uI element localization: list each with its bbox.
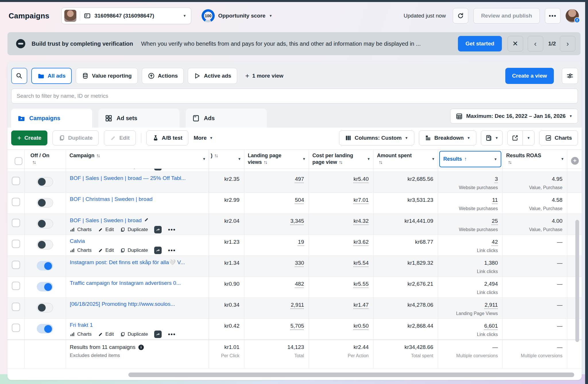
metric-link[interactable]: 6,601 — [484, 322, 498, 329]
more-view-button[interactable]: + 1 more view — [245, 72, 283, 79]
header-amount-spent[interactable]: Amount spent — [374, 150, 438, 168]
tab-ad-sets[interactable]: Ad sets — [98, 109, 179, 128]
campaign-name-link[interactable]: Instagram post: Det finns ett skåp för a… — [70, 259, 206, 266]
off-on-toggle[interactable] — [37, 324, 53, 333]
campaign-name-link[interactable]: BOF | Christmas | Sweden | broad — [70, 196, 206, 202]
metric-link[interactable]: kr5.40 — [353, 176, 369, 183]
off-on-toggle[interactable] — [37, 303, 53, 312]
table-row[interactable]: BOF | Sales | Sweden | broad Charts Edit… — [7, 214, 582, 235]
campaign-name-link[interactable]: BOF | Sales | Sweden | broad — 25% Off T… — [70, 175, 206, 181]
off-on-toggle[interactable] — [37, 240, 53, 249]
chevron-down-icon[interactable] — [494, 158, 497, 161]
search-views-button[interactable] — [11, 68, 27, 84]
row-edit-action[interactable]: Edit — [98, 331, 114, 337]
banner-prev-button[interactable]: ‹ — [528, 36, 543, 51]
off-on-toggle[interactable] — [37, 177, 53, 187]
metric-link[interactable]: 3,345 — [290, 218, 304, 224]
get-started-button[interactable]: Get started — [458, 36, 502, 51]
off-on-toggle[interactable] — [37, 198, 53, 208]
metric-link[interactable]: 482 — [295, 281, 304, 287]
table-row[interactable]: BOF | Sales | Sweden | broad — 25% Off T… — [7, 172, 582, 193]
profile-menu[interactable]: f — [566, 9, 579, 22]
more-options-button[interactable]: ••• — [545, 8, 560, 24]
metric-link[interactable]: kr7.01 — [353, 197, 369, 203]
refresh-button[interactable] — [453, 8, 468, 24]
create-button[interactable]: + Create — [11, 130, 47, 145]
table-row[interactable]: BOF | Christmas | Sweden | broad ••• kr2… — [7, 193, 582, 214]
metric-link[interactable]: kr4.32 — [353, 218, 369, 224]
metric-link[interactable]: 11 — [492, 197, 498, 203]
row-checkbox[interactable] — [12, 177, 20, 185]
metric-link[interactable]: 497 — [295, 176, 304, 183]
header-cost-truncated[interactable]: ) — [209, 150, 244, 168]
view-tab-value-reporting[interactable]: Value reporting — [76, 68, 138, 84]
campaign-name-link[interactable]: Fri frakt 1 — [70, 322, 206, 328]
row-more-button[interactable]: ••• — [168, 331, 176, 338]
row-checkbox[interactable] — [12, 324, 20, 332]
table-row[interactable]: Calvia Charts Edit Duplicate ••• kr1.23 … — [7, 235, 582, 256]
header-add-column[interactable]: + — [567, 150, 582, 168]
metric-link[interactable]: 1,380 — [484, 260, 498, 266]
metric-link[interactable]: kr5.54 — [353, 260, 369, 266]
row-checkbox[interactable] — [12, 240, 20, 248]
header-off-on[interactable]: Off / On — [25, 150, 66, 168]
row-charts-action[interactable]: Charts — [70, 247, 92, 253]
metric-link[interactable]: 42 — [492, 239, 498, 245]
chevron-down-icon[interactable] — [561, 157, 564, 161]
charts-button[interactable]: Charts — [539, 130, 578, 145]
opportunity-score[interactable]: 100 Opportunity score — [202, 9, 272, 22]
view-tab-all-ads[interactable]: All ads — [31, 68, 72, 84]
campaign-name-link[interactable]: Traffic campaign for Instagram advertise… — [70, 280, 206, 286]
metric-link[interactable]: 19 — [298, 239, 304, 245]
table-row[interactable]: Fri frakt 1 Charts Edit Duplicate ••• kr… — [7, 319, 582, 340]
header-campaign[interactable]: Campaign — [66, 150, 209, 168]
dismiss-banner-button[interactable]: ✕ — [508, 36, 523, 51]
metric-link[interactable]: 330 — [295, 260, 304, 266]
header-results-roas[interactable]: Results ROAS — [503, 150, 567, 168]
reports-button[interactable] — [481, 130, 503, 145]
table-row[interactable]: [06/18/2025] Promoting http://www.soulos… — [7, 298, 582, 319]
metric-link[interactable]: kr5.55 — [353, 281, 369, 287]
row-more-button[interactable]: ••• — [168, 226, 176, 233]
metric-link[interactable]: kr0.50 — [353, 322, 369, 329]
select-all-checkbox[interactable] — [15, 157, 22, 165]
banner-next-button[interactable]: › — [560, 36, 575, 51]
row-checkbox[interactable] — [12, 303, 20, 311]
row-edit-action[interactable]: Edit — [98, 227, 114, 233]
row-duplicate-action[interactable]: Duplicate — [120, 247, 148, 253]
metric-link[interactable]: 3 — [495, 176, 498, 183]
add-column-icon[interactable]: + — [571, 157, 579, 165]
export-options-button[interactable] — [523, 131, 534, 145]
metric-link[interactable]: 25 — [492, 218, 498, 224]
view-tab-actions[interactable]: Actions — [142, 68, 184, 84]
breakdown-button[interactable]: Breakdown — [419, 130, 476, 145]
header-cost-per-landing-page-view[interactable]: Cost per landing page view — [309, 150, 374, 168]
account-selector[interactable]: 316098647 (316098647) — [61, 7, 191, 24]
date-range-button[interactable]: Maximum: Dec 16, 2022 – Jan 16, 2026 — [450, 109, 578, 124]
campaign-name-link[interactable]: Calvia — [70, 238, 206, 244]
view-charts-button[interactable] — [154, 226, 162, 233]
row-duplicate-action[interactable]: Duplicate — [120, 227, 148, 233]
export-button[interactable] — [508, 131, 523, 145]
off-on-toggle[interactable] — [37, 219, 53, 229]
header-landing-page-views[interactable]: Landing page views — [244, 150, 309, 168]
view-tab-active-ads[interactable]: Active ads — [188, 68, 237, 84]
row-charts-action[interactable]: Charts — [70, 331, 92, 337]
chevron-down-icon[interactable] — [302, 157, 306, 161]
edit-button[interactable]: Edit — [104, 130, 136, 145]
chevron-down-icon[interactable] — [367, 157, 370, 161]
metric-link[interactable]: 2,494 — [484, 281, 498, 287]
row-checkbox[interactable] — [12, 282, 20, 290]
row-edit-action[interactable]: Edit — [98, 247, 114, 253]
search-input[interactable] — [11, 89, 578, 103]
ab-test-button[interactable]: A/B test — [146, 130, 189, 145]
metric-link[interactable]: kr1.47 — [353, 302, 369, 308]
info-icon[interactable]: i — [138, 345, 144, 350]
row-charts-action[interactable]: Charts — [70, 227, 92, 233]
row-duplicate-action[interactable]: Duplicate — [120, 331, 148, 337]
metric-link[interactable]: 2,911 — [485, 302, 498, 308]
view-charts-button[interactable] — [154, 247, 162, 254]
view-charts-button[interactable] — [154, 331, 162, 338]
metric-link[interactable]: 504 — [295, 197, 304, 203]
tab-ads[interactable]: Ads — [186, 109, 267, 128]
